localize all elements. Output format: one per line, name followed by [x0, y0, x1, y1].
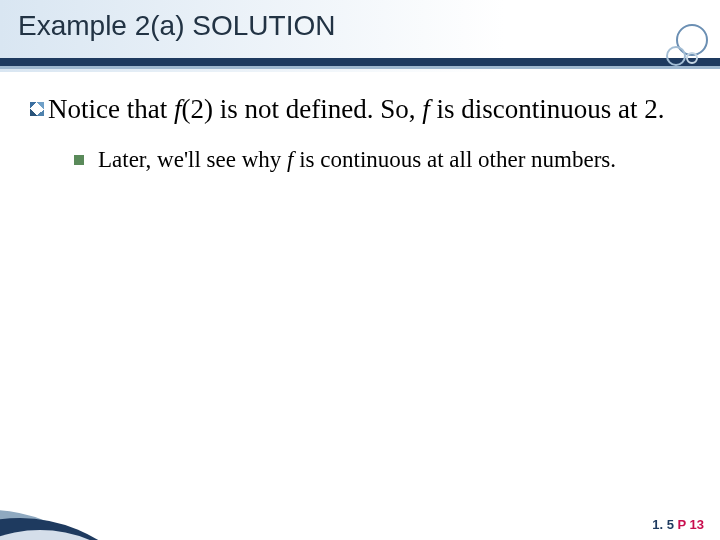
diamond-bullet-icon	[30, 102, 44, 116]
page-label: P 13	[677, 517, 704, 532]
footer-decoration	[0, 500, 200, 540]
slide-header: Example 2(a) SOLUTION	[0, 0, 720, 72]
decorative-circles	[666, 24, 708, 66]
main-bullet: Notice that f(2) is not defined. So, f i…	[30, 92, 690, 127]
sub-bullet-text: Later, we'll see why f is continuous at …	[98, 145, 616, 175]
slide-body: Notice that f(2) is not defined. So, f i…	[0, 72, 720, 174]
text-fragment: (2) is not defined. So,	[181, 94, 422, 124]
slide: Example 2(a) SOLUTION Notice that f(2) i…	[0, 0, 720, 540]
header-rule-light	[0, 66, 720, 69]
math-f: f	[422, 94, 430, 124]
sub-bullet: Later, we'll see why f is continuous at …	[74, 145, 690, 175]
section-number: 1. 5	[652, 517, 674, 532]
slide-title: Example 2(a) SOLUTION	[18, 10, 335, 42]
header-rule-dark	[0, 58, 720, 66]
text-fragment: is continuous at all other numbers.	[293, 147, 616, 172]
main-bullet-text: Notice that f(2) is not defined. So, f i…	[48, 92, 664, 127]
text-fragment: is discontinuous at 2.	[430, 94, 665, 124]
text-fragment: Later, we'll see why	[98, 147, 287, 172]
page-number: 1. 5 P 13	[652, 517, 704, 532]
square-bullet-icon	[74, 155, 84, 165]
text-fragment: Notice that	[48, 94, 174, 124]
